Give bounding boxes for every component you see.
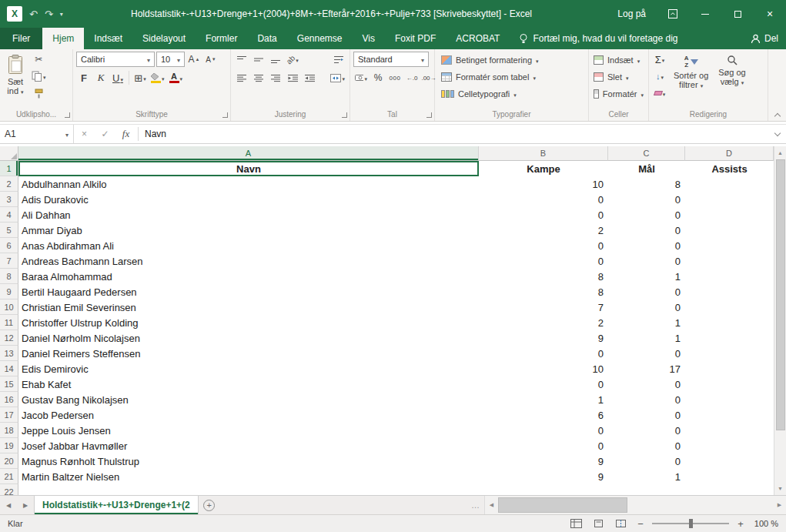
row-header-14[interactable]: 14 bbox=[0, 361, 18, 376]
clear-button[interactable] bbox=[652, 85, 667, 101]
align-center-button[interactable] bbox=[251, 70, 266, 85]
font-dialog-launcher-icon[interactable] bbox=[222, 112, 228, 118]
fill-button[interactable]: ↓ bbox=[652, 69, 667, 84]
cell-D13[interactable] bbox=[685, 346, 774, 361]
cell-D11[interactable] bbox=[685, 315, 774, 330]
row-header-19[interactable]: 19 bbox=[0, 438, 18, 453]
redo-icon[interactable]: ↷ bbox=[45, 9, 53, 19]
cell-A3[interactable]: Adis Durakovic bbox=[18, 192, 479, 207]
font-name-select[interactable]: Calibri bbox=[76, 52, 155, 67]
find-select-button[interactable]: Søg ogvælg bbox=[714, 52, 749, 108]
cell-C9[interactable]: 0 bbox=[608, 284, 685, 299]
scroll-down-icon[interactable]: ▼ bbox=[774, 482, 786, 495]
cell-B14[interactable]: 10 bbox=[479, 361, 608, 376]
cell-C15[interactable]: 0 bbox=[608, 376, 685, 392]
page-layout-view-button[interactable] bbox=[590, 517, 607, 530]
row-header-3[interactable]: 3 bbox=[0, 192, 18, 207]
cell-A6[interactable]: Anas Abdirahman Ali bbox=[18, 238, 479, 253]
tab-splitter-icon[interactable]: … bbox=[467, 496, 484, 514]
cell-C17[interactable]: 0 bbox=[608, 407, 685, 423]
decrease-decimal-button[interactable]: .00→ bbox=[421, 70, 436, 85]
scroll-left-icon[interactable]: ◀ bbox=[485, 496, 498, 514]
clipboard-dialog-launcher-icon[interactable] bbox=[65, 112, 70, 118]
sheet-nav-right-icon[interactable]: ▶ bbox=[17, 496, 34, 514]
row-header-16[interactable]: 16 bbox=[0, 392, 18, 407]
cell-C20[interactable]: 0 bbox=[608, 453, 685, 469]
autosum-button[interactable]: Σ bbox=[652, 52, 667, 67]
cell-A16[interactable]: Gustav Bang Nikolajsen bbox=[18, 392, 479, 407]
cell-B4[interactable]: 0 bbox=[479, 207, 608, 223]
tab-sidelayout[interactable]: Sidelayout bbox=[132, 28, 196, 49]
page-break-view-button[interactable] bbox=[612, 517, 629, 530]
vertical-scroll-thumb[interactable] bbox=[776, 159, 785, 430]
cell-D19[interactable] bbox=[685, 438, 774, 453]
wrap-text-button[interactable] bbox=[331, 52, 346, 67]
cell-A12[interactable]: Daniel Nørholm Nicolajsen bbox=[18, 330, 479, 346]
increase-indent-button[interactable] bbox=[302, 70, 317, 85]
cell-C4[interactable]: 0 bbox=[608, 207, 685, 223]
tab-gennemse[interactable]: Gennemse bbox=[287, 28, 353, 49]
cell-B20[interactable]: 9 bbox=[479, 453, 608, 469]
share-button[interactable]: Del bbox=[743, 28, 786, 49]
cell-D8[interactable] bbox=[685, 269, 774, 284]
row-header-13[interactable]: 13 bbox=[0, 346, 18, 361]
horizontal-scrollbar[interactable]: ◀ ▶ bbox=[484, 496, 786, 514]
undo-icon[interactable]: ↶ bbox=[29, 9, 38, 19]
tab-hjem[interactable]: Hjem bbox=[42, 28, 84, 49]
column-header-D[interactable]: D bbox=[685, 146, 774, 161]
copy-button[interactable] bbox=[30, 69, 48, 84]
cancel-button[interactable]: × bbox=[74, 125, 95, 143]
horizontal-scroll-track[interactable] bbox=[498, 496, 773, 514]
cut-button[interactable]: ✂ bbox=[30, 52, 48, 67]
cell-B17[interactable]: 6 bbox=[479, 407, 608, 423]
cell-B18[interactable]: 0 bbox=[479, 423, 608, 438]
align-left-button[interactable] bbox=[234, 70, 249, 85]
cell-C10[interactable]: 0 bbox=[608, 299, 685, 315]
cell-D1[interactable]: Assists bbox=[685, 161, 774, 176]
zoom-thumb[interactable] bbox=[689, 519, 693, 528]
align-right-button[interactable] bbox=[268, 70, 283, 85]
cell-C5[interactable]: 0 bbox=[608, 223, 685, 238]
font-size-select[interactable]: 10 bbox=[156, 52, 185, 67]
cell-B1[interactable]: Kampe bbox=[479, 161, 608, 176]
maximize-button[interactable] bbox=[721, 0, 754, 28]
comma-style-button[interactable]: 000 bbox=[387, 70, 403, 85]
cell-A4[interactable]: Ali Dahhan bbox=[18, 207, 479, 223]
number-dialog-launcher-icon[interactable] bbox=[426, 112, 432, 118]
cell-A15[interactable]: Ehab Kafet bbox=[18, 376, 479, 392]
cell-A7[interactable]: Andreas Bachmann Larsen bbox=[18, 253, 479, 269]
cell-C1[interactable]: Mål bbox=[608, 161, 685, 176]
zoom-level[interactable]: 100 % bbox=[752, 519, 778, 528]
underline-button[interactable]: U bbox=[110, 70, 125, 85]
italic-button[interactable]: K bbox=[93, 70, 109, 85]
cell-D14[interactable] bbox=[685, 361, 774, 376]
cell-C14[interactable]: 17 bbox=[608, 361, 685, 376]
cell-A21[interactable]: Martin Baltzer Nielsen bbox=[18, 469, 479, 484]
name-box[interactable]: A1 bbox=[0, 125, 74, 143]
enter-button[interactable]: ✓ bbox=[95, 125, 115, 143]
align-top-button[interactable] bbox=[234, 52, 249, 67]
row-header-15[interactable]: 15 bbox=[0, 376, 18, 392]
cell-C8[interactable]: 1 bbox=[608, 269, 685, 284]
select-all-button[interactable] bbox=[0, 146, 18, 161]
decrease-indent-button[interactable] bbox=[285, 70, 300, 85]
delete-cells-button[interactable]: Slet bbox=[592, 69, 645, 85]
column-header-A[interactable]: A bbox=[18, 146, 479, 161]
cell-D7[interactable] bbox=[685, 253, 774, 269]
tab-formler[interactable]: Formler bbox=[196, 28, 247, 49]
cell-D12[interactable] bbox=[685, 330, 774, 346]
cell-C22[interactable] bbox=[608, 484, 685, 495]
cell-B15[interactable]: 0 bbox=[479, 376, 608, 392]
cell-D2[interactable] bbox=[685, 176, 774, 192]
zoom-slider[interactable] bbox=[652, 518, 729, 529]
row-header-22[interactable]: 22 bbox=[0, 484, 18, 495]
tab-foxit-pdf[interactable]: Foxit PDF bbox=[385, 28, 446, 49]
cell-C7[interactable]: 0 bbox=[608, 253, 685, 269]
sort-filter-button[interactable]: AZ Sortér ogfiltrer bbox=[670, 52, 712, 108]
tab-filer[interactable]: Filer bbox=[0, 28, 42, 49]
row-header-18[interactable]: 18 bbox=[0, 423, 18, 438]
collapse-ribbon-icon[interactable] bbox=[774, 112, 781, 119]
align-bottom-button[interactable] bbox=[268, 52, 283, 67]
alignment-dialog-launcher-icon[interactable] bbox=[342, 112, 347, 118]
row-header-6[interactable]: 6 bbox=[0, 238, 18, 253]
